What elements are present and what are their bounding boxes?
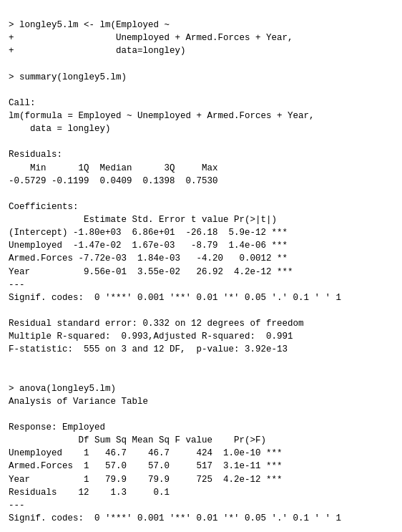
console-output: > longley5.lm <- lm(Employed ~+ Unemploy… (9, 6, 393, 532)
console-line: Residual standard error: 0.332 on 12 deg… (9, 317, 393, 330)
console-line (9, 369, 393, 382)
console-line (9, 356, 393, 369)
console-line: Multiple R-squared: 0.993,Adjusted R-squ… (9, 330, 393, 343)
console-line: Min 1Q Median 3Q Max (9, 162, 393, 175)
console-line: Unemployed 1 46.7 46.7 424 1.0e-10 *** (9, 447, 393, 460)
console-line (9, 135, 393, 148)
console-line: Response: Employed (9, 421, 393, 434)
console-line: (Intercept) -1.80e+03 6.86e+01 -26.18 5.… (9, 226, 393, 239)
console-line: --- (9, 279, 393, 291)
console-line: + data=longley) (9, 44, 393, 57)
console-line: data = longley) (9, 122, 393, 135)
console-line: lm(formula = Employed ~ Unemployed + Arm… (9, 110, 393, 122)
console-line: F-statistic: 555 on 3 and 12 DF, p-value… (9, 343, 393, 356)
console-line (9, 304, 393, 317)
console-line: Coefficients: (9, 200, 393, 213)
console-line: Signif. codes: 0 '***' 0.001 '**' 0.01 '… (9, 512, 393, 525)
console-line: Analysis of Variance Table (9, 395, 393, 408)
console-line: Residuals: (9, 148, 393, 161)
console-line: Armed.Forces -7.72e-03 1.84e-03 -4.20 0.… (9, 252, 393, 265)
console-line: > anova(longley5.lm) (9, 382, 393, 395)
console-line: + Unemployed + Armed.Forces + Year, (9, 32, 393, 44)
console-line (9, 408, 393, 421)
console-line: > longley5.lm <- lm(Employed ~ (9, 19, 393, 32)
console-line: Call: (9, 97, 393, 110)
console-line (9, 525, 393, 532)
console-line: -0.5729 -0.1199 0.0409 0.1398 0.7530 (9, 175, 393, 188)
console-line (9, 84, 393, 97)
console-line: Signif. codes: 0 '***' 0.001 '**' 0.01 '… (9, 291, 393, 304)
console-line: --- (9, 499, 393, 512)
console-line: Year 1 79.9 79.9 725 4.2e-12 *** (9, 473, 393, 486)
console-line: Unemployed -1.47e-02 1.67e-03 -8.79 1.4e… (9, 239, 393, 252)
console-line: Estimate Std. Error t value Pr(>|t|) (9, 213, 393, 226)
console-line: > summary(longley5.lm) (9, 71, 393, 84)
console-line (9, 188, 393, 200)
console-line: Df Sum Sq Mean Sq F value Pr(>F) (9, 434, 393, 447)
console-line: Year 9.56e-01 3.55e-02 26.92 4.2e-12 *** (9, 266, 393, 279)
console-line: Residuals 12 1.3 0.1 (9, 486, 393, 499)
console-line: Armed.Forces 1 57.0 57.0 517 3.1e-11 *** (9, 460, 393, 473)
console-line (9, 58, 393, 71)
